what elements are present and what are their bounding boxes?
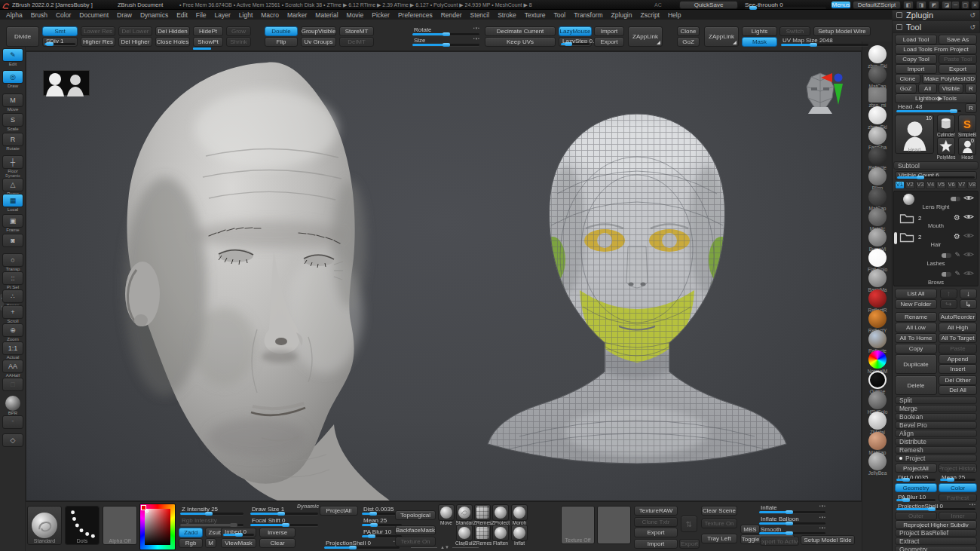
size-slider[interactable]: Size▪▾▪ <box>411 37 481 47</box>
menu-help[interactable]: Help <box>668 11 681 19</box>
material-sphere[interactable] <box>868 147 887 165</box>
all-to-target-button[interactable]: All To Target <box>939 333 977 343</box>
goz-visible-button[interactable]: Visible <box>939 84 963 93</box>
storemt-button[interactable]: StoreMT <box>339 26 374 36</box>
material-sphere[interactable] <box>868 330 887 348</box>
head-r-button[interactable]: R <box>965 103 977 113</box>
projectall-tool-button[interactable]: ProjectAll <box>895 464 937 473</box>
menu-alpha[interactable]: Alpha <box>6 11 23 19</box>
autoreorder-button[interactable]: AutoReorder <box>939 312 977 322</box>
del-hidden-button[interactable]: Del Hidden <box>155 26 190 36</box>
merge-section-header[interactable]: Merge <box>895 405 977 412</box>
dist-tool-slider[interactable]: Dist 0.0035 <box>895 474 937 482</box>
current-tool-thumbnail[interactable]: Head10 <box>895 115 934 154</box>
menu-edit[interactable]: Edit <box>176 11 188 19</box>
groupvisible-button[interactable]: GroupVisible <box>301 26 336 36</box>
rotate-slider[interactable]: Rotate▪▾▪ <box>411 26 481 36</box>
local-button[interactable]: ▦Local <box>2 194 24 213</box>
material-sphere[interactable] <box>868 249 887 267</box>
inner-button[interactable]: Inner <box>939 512 977 520</box>
decimate-current-button[interactable]: Decimate Current <box>485 26 556 36</box>
all-low-button[interactable]: All Low <box>895 323 937 332</box>
fit-button[interactable]: □ <box>2 378 24 391</box>
projection-shell-tool-slider[interactable]: ProjectionShell 0▪▾▪ <box>895 503 977 511</box>
brush-zremesher2[interactable]: ZRemes <box>474 525 491 541</box>
gizmo-button[interactable]: ◇ <box>2 433 24 447</box>
brush-standard[interactable]: Standar <box>456 504 473 521</box>
brush-flatten[interactable]: Flatten <box>492 525 509 541</box>
import-tool-button[interactable]: Import <box>895 64 937 74</box>
subtool-tab-v3[interactable]: V3 <box>916 181 926 189</box>
menu-tool[interactable]: Tool <box>554 11 566 19</box>
menu-preferences[interactable]: Preferences <box>398 11 433 19</box>
subtool-row-lashes[interactable]: ✎Lashes <box>894 249 978 268</box>
clone-txtr-button[interactable]: Clone Txtr <box>634 517 678 527</box>
brush-thumbnail[interactable]: Standard <box>27 506 62 545</box>
undo-arrow-button[interactable]: ↪ <box>940 299 957 309</box>
textureraw-button[interactable]: TextureRAW <box>634 506 678 516</box>
titlebar-tray-icon-2[interactable]: ◨ <box>916 1 926 9</box>
sculpt-realistic-head[interactable] <box>76 57 438 501</box>
subtool-row-hair[interactable]: 2⚙Hair <box>894 230 978 249</box>
grow-button[interactable]: Grow <box>226 26 251 36</box>
del-higher-button[interactable]: Del Higher <box>118 37 152 47</box>
copy-subtool-button[interactable]: Copy <box>895 344 937 354</box>
outer-button[interactable]: Outer <box>895 512 937 520</box>
inflate-slider[interactable]: Inflate▪▾▪ <box>758 504 827 514</box>
eye-icon[interactable] <box>963 194 974 203</box>
titlebar-tray-icon-1[interactable]: ◧ <box>903 1 914 9</box>
flip-v-button[interactable]: ⇅ <box>681 516 697 532</box>
showpt-button[interactable]: ShowPt <box>193 37 223 47</box>
rename-button[interactable]: Rename <box>895 312 937 322</box>
material-sphere[interactable] <box>868 87 887 103</box>
menu-color[interactable]: Color <box>56 11 71 19</box>
divide-button[interactable]: Divide <box>6 26 39 47</box>
tool-thumbnail-head[interactable]: Head0 <box>958 137 976 155</box>
subtool-tab-v7[interactable]: V7 <box>957 181 967 189</box>
menu-marker[interactable]: Marker <box>287 11 307 19</box>
mask-button[interactable]: Mask <box>742 37 777 47</box>
brush-icon[interactable]: ✎ <box>954 271 960 277</box>
redo-arrow-button[interactable]: ↳ <box>960 299 977 309</box>
head-slider[interactable]: Head. 48 <box>895 103 963 113</box>
menu-file[interactable]: File <box>196 11 207 19</box>
material-sphere[interactable] <box>868 452 887 470</box>
material-sphere[interactable] <box>868 289 887 308</box>
menu-document[interactable]: Document <box>79 11 109 19</box>
floor-button[interactable]: ┼Floor <box>2 155 24 174</box>
projectall-button[interactable]: ProjectAll <box>320 506 358 516</box>
lazystep-slider[interactable]: LazyStep 0.25 <box>559 37 592 47</box>
menu-texture[interactable]: Texture <box>525 11 546 19</box>
menu-layer[interactable]: Layer <box>215 11 231 19</box>
all-high-button[interactable]: All High <box>939 323 977 332</box>
gear-icon[interactable]: ⚙ <box>954 233 960 240</box>
texture-thumbnail-2[interactable] <box>597 506 631 544</box>
move-button[interactable]: MMove <box>2 93 24 112</box>
goz-tool-button[interactable]: GoZ <box>895 84 917 93</box>
goz-r-button[interactable]: R <box>965 84 977 93</box>
setup-model-wire-button[interactable]: Setup Model Wire <box>813 26 871 36</box>
spotlight-button[interactable]: * <box>2 415 24 429</box>
double-button[interactable]: Double <box>265 26 298 36</box>
zapplink2-button[interactable]: ZAppLink <box>704 26 739 47</box>
actual-button[interactable]: 1:1Actual <box>2 341 24 360</box>
material-sphere[interactable] <box>868 127 887 145</box>
import-button[interactable]: Import <box>594 26 624 36</box>
material-sphere[interactable] <box>868 412 887 430</box>
material-sphere[interactable] <box>868 106 887 124</box>
eye-icon[interactable] <box>963 213 974 222</box>
topological-button[interactable]: Topological <box>395 510 436 520</box>
texture-export-button[interactable]: Export <box>634 528 678 537</box>
zapplink-button[interactable]: ZAppLink <box>628 26 663 47</box>
setup-model-side-button[interactable]: Setup Model Side <box>801 535 855 545</box>
material-sphere[interactable] <box>868 45 887 63</box>
del-lower-button[interactable]: Del Lower <box>118 26 152 36</box>
material-jellybea[interactable]: JellyBea <box>863 452 892 476</box>
delmt-button[interactable]: DelMT <box>339 37 374 47</box>
material-sphere[interactable] <box>868 228 887 246</box>
paste-subtool-button[interactable]: Paste <box>939 344 977 354</box>
duplicate-button[interactable]: Duplicate <box>895 354 937 374</box>
menus-button[interactable]: Menus <box>831 1 851 9</box>
move-up-button[interactable]: ↑ <box>940 289 957 298</box>
new-folder-button[interactable]: New Folder <box>895 299 937 309</box>
